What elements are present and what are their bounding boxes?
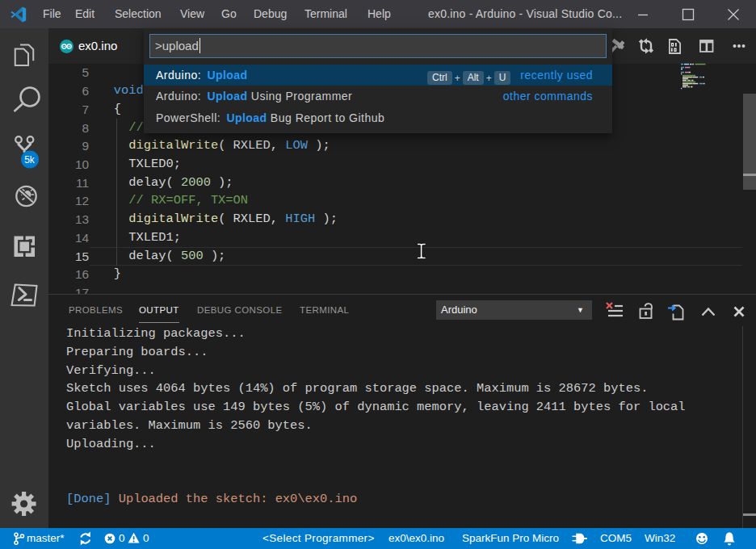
svg-text:5k: 5k bbox=[24, 154, 36, 166]
